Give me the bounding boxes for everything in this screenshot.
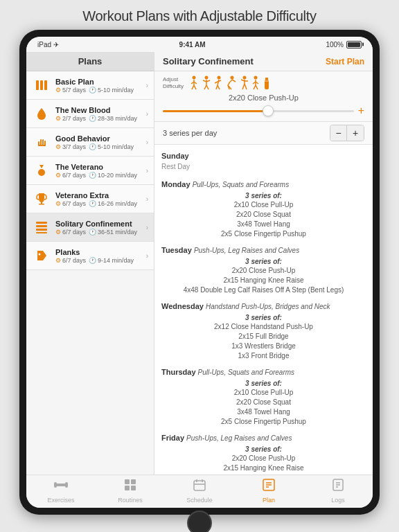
plan-days-veterano: ⚙ 6/7 days	[55, 172, 86, 179]
exercise-line: 2x5 Close Fingertip Pushup	[161, 417, 366, 427]
plan-name-veterano-extra: Veterano Extra	[55, 191, 145, 200]
schedule-nav-icon	[193, 478, 206, 495]
status-bar: iPad ✈ 9:41 AM 100%	[26, 37, 373, 52]
plan-meta-new-blood: ⚙ 2/7 days 🕐 28-38 min/day	[55, 115, 145, 122]
exercises-nav-icon	[54, 478, 68, 495]
chevron-right-icon: ›	[146, 252, 148, 260]
day-section-tuesday: Tuesday Push-Ups, Leg Raises and Calves3…	[161, 245, 366, 295]
logs-nav-label: Logs	[331, 497, 345, 504]
svg-rect-0	[36, 80, 39, 90]
plan-name-good-behavior: Good Behavior	[55, 134, 145, 143]
nav-item-exercises[interactable]: Exercises	[26, 478, 96, 504]
rest-day-label: Rest Day	[161, 161, 366, 173]
svg-point-44	[254, 76, 258, 80]
day-section-thursday: Thursday Pull-Ups, Squats and Forearms3 …	[161, 366, 366, 427]
plan-days-solitary: ⚙ 6/7 days	[55, 229, 86, 236]
start-plan-button[interactable]: Start Plan	[326, 57, 364, 66]
clock-icon: 🕐	[89, 200, 96, 207]
svg-rect-12	[36, 225, 47, 227]
svg-rect-10	[39, 204, 44, 205]
clock-icon: 🕐	[89, 87, 96, 94]
svg-rect-14	[36, 232, 47, 233]
routines-nav-icon	[123, 478, 137, 495]
plan-icon-solitary	[32, 218, 51, 237]
plan-item-planks[interactable]: Planks ⚙ 6/7 days 🕐 9-14 min/day ›	[26, 242, 154, 270]
plan-item-veterano-extra[interactable]: Veterano Extra ⚙ 6/7 days 🕐 16-26 min/da…	[26, 185, 154, 213]
slider-plus-icon[interactable]: +	[358, 105, 364, 117]
calendar-icon: ⚙	[55, 229, 61, 236]
nav-item-logs[interactable]: Logs	[303, 478, 373, 504]
exercise-line: 2x15 Hanging Knee Raise	[161, 463, 366, 473]
exercise-line: 2x12 Close Handstand Push-Up	[161, 322, 366, 332]
svg-line-21	[194, 85, 196, 89]
stepper-minus-button[interactable]: −	[330, 125, 347, 141]
series-row: 3 series per day − +	[154, 122, 373, 145]
nav-item-schedule[interactable]: Schedule	[165, 478, 234, 504]
series-stepper[interactable]: − +	[330, 125, 364, 141]
plan-item-basic-plan[interactable]: Basic Plan ⚙ 5/7 days 🕐 5-10 min/day ›	[26, 71, 154, 100]
chevron-right-icon: ›	[146, 224, 148, 231]
day-section-friday: Friday Push-Ups, Leg Raises and Calves3 …	[161, 432, 366, 475]
svg-line-31	[218, 80, 221, 82]
exercise-line: 1x3 Front Bridge	[161, 351, 366, 361]
plan-name-basic-plan: Basic Plan	[55, 78, 145, 86]
exercise-line: 2x20 Close Squat	[161, 398, 366, 407]
plan-info-solitary: Solitary Confinement ⚙ 6/7 days 🕐 36-51 …	[55, 220, 145, 236]
calendar-icon: ⚙	[55, 87, 61, 94]
svg-line-41	[245, 84, 247, 89]
battery-icon	[346, 41, 362, 48]
calendar-icon: ⚙	[55, 172, 61, 179]
series-label-wednesday: 3 series of:	[161, 314, 366, 321]
svg-rect-11	[36, 222, 47, 224]
svg-point-38	[243, 76, 247, 80]
plan-info-veterano: The Veterano ⚙ 6/7 days 🕐 10-20 min/day	[55, 163, 145, 179]
exercise-line: 2x15 Hanging Knee Raise	[161, 276, 366, 285]
plan-info-planks: Planks ⚙ 6/7 days 🕐 9-14 min/day	[55, 248, 145, 264]
chevron-right-icon: ›	[146, 82, 148, 89]
stepper-plus-button[interactable]: +	[347, 125, 364, 141]
diff-icon-1	[189, 76, 199, 91]
clock-icon: 🕐	[89, 143, 96, 150]
svg-line-20	[192, 85, 194, 89]
home-button[interactable]	[187, 511, 212, 532]
plan-item-veterano[interactable]: The Veterano ⚙ 6/7 days 🕐 10-20 min/day …	[26, 157, 154, 185]
bottom-nav: Exercises Routines Schedule Plan Logs	[26, 475, 373, 508]
nav-item-plan[interactable]: Plan	[234, 478, 303, 504]
exercise-line: 2x20 Close Push-Up	[161, 266, 366, 276]
workout-title: Solitary Confinement	[163, 56, 254, 66]
difficulty-icons[interactable]	[189, 76, 271, 91]
chevron-right-icon: ›	[146, 110, 148, 118]
plan-meta-veterano: ⚙ 6/7 days 🕐 10-20 min/day	[55, 172, 145, 179]
plan-item-good-behavior[interactable]: Good Behavior ⚙ 3/7 days 🕐 5-10 min/day …	[26, 128, 154, 157]
svg-rect-54	[54, 482, 57, 488]
svg-line-48	[254, 85, 256, 89]
chevron-right-icon: ›	[146, 139, 148, 146]
plan-info-veterano-extra: Veterano Extra ⚙ 6/7 days 🕐 16-26 min/da…	[55, 191, 145, 207]
plans-header: Plans	[26, 52, 154, 71]
plan-meta-good-behavior: ⚙ 3/7 days 🕐 5-10 min/day	[55, 143, 145, 150]
plan-item-new-blood[interactable]: The New Blood ⚙ 2/7 days 🕐 28-38 min/day…	[26, 100, 154, 128]
exercise-line: 2x5 Close Fingertip Pushup	[161, 229, 366, 239]
series-label-monday: 3 series of:	[161, 192, 366, 200]
exercise-line: 2x10 Close Pull-Up	[161, 200, 366, 210]
exercise-line: 2x20 Close Squat	[161, 210, 366, 220]
day-header-friday: Friday Push-Ups, Leg Raises and Calves	[161, 432, 366, 443]
plans-panel: Plans Basic Plan ⚙ 5/7 days 🕐 5-10 min/d…	[26, 52, 154, 475]
day-section-wednesday: Wednesday Handstand Push-Ups, Bridges an…	[161, 301, 366, 361]
series-label-thursday: 3 series of:	[161, 380, 366, 387]
difficulty-slider[interactable]	[163, 110, 354, 112]
plan-item-solitary[interactable]: Solitary Confinement ⚙ 6/7 days 🕐 36-51 …	[26, 213, 154, 242]
plan-time-veterano: 🕐 10-20 min/day	[89, 172, 137, 179]
day-header-wednesday: Wednesday Handstand Push-Ups, Bridges an…	[161, 301, 366, 312]
plan-time-solitary: 🕐 36-51 min/day	[89, 229, 137, 236]
clock-icon: 🕐	[89, 115, 96, 122]
plan-meta-basic-plan: ⚙ 5/7 days 🕐 5-10 min/day	[55, 87, 145, 94]
plan-icon-veterano-extra	[32, 189, 51, 209]
diff-icon-6	[251, 76, 260, 91]
day-header-monday: Monday Pull-Ups, Squats and Forearms	[161, 179, 366, 190]
exercise-line: 2x15 Full Bridge	[161, 332, 366, 342]
schedule-nav-label: Schedule	[186, 497, 213, 504]
plan-days-good-behavior: ⚙ 3/7 days	[55, 143, 86, 150]
svg-rect-2	[44, 80, 47, 90]
nav-item-routines[interactable]: Routines	[96, 478, 165, 504]
